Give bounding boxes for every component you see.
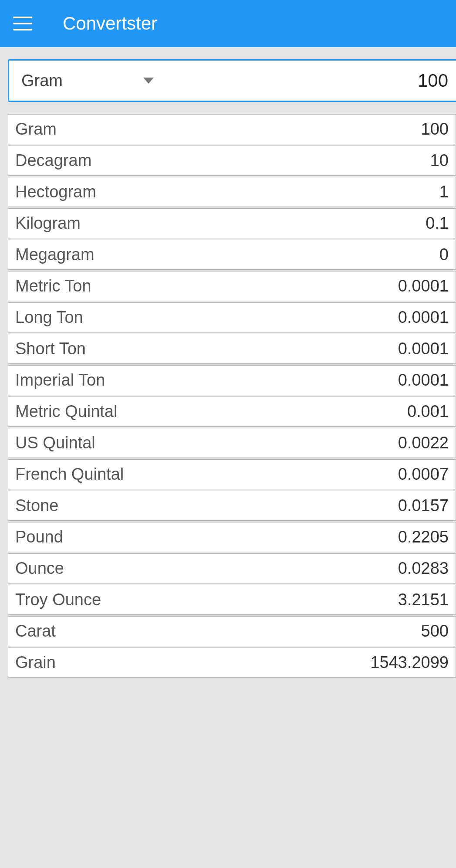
result-row[interactable]: Grain1543.2099	[8, 648, 456, 678]
result-value: 0.001	[407, 402, 449, 421]
result-value: 500	[421, 622, 449, 641]
result-unit-label: Hectogram	[15, 183, 96, 201]
result-value: 0.0007	[398, 465, 449, 484]
result-value: 0.0001	[398, 308, 449, 327]
result-unit-label: Metric Ton	[15, 277, 91, 295]
result-row[interactable]: US Quintal0.0022	[8, 428, 456, 458]
result-row[interactable]: Gram100	[8, 114, 456, 144]
conversion-input-container: Gram 100	[8, 59, 456, 102]
result-value: 0.1	[426, 214, 449, 233]
result-unit-label: Imperial Ton	[15, 371, 105, 390]
result-row[interactable]: Metric Ton0.0001	[8, 271, 456, 301]
result-unit-label: Metric Quintal	[15, 402, 117, 421]
result-unit-label: Grain	[15, 653, 56, 672]
result-unit-label: Gram	[15, 120, 57, 139]
result-row[interactable]: Hectogram1	[8, 177, 456, 207]
result-row[interactable]: Imperial Ton0.0001	[8, 365, 456, 395]
results-list: Gram100Decagram10Hectogram1Kilogram0.1Me…	[8, 114, 456, 678]
result-unit-label: Megagram	[15, 245, 95, 264]
result-value: 10	[430, 151, 449, 170]
result-value: 0	[439, 245, 449, 264]
result-value: 0.2205	[398, 528, 449, 546]
app-title: Convertster	[63, 13, 157, 34]
result-row[interactable]: French Quintal0.0007	[8, 459, 456, 489]
result-unit-label: Carat	[15, 622, 56, 641]
selected-unit-label: Gram	[21, 71, 143, 90]
result-unit-label: Troy Ounce	[15, 590, 101, 609]
result-value: 100	[421, 120, 449, 139]
result-row[interactable]: Metric Quintal0.001	[8, 397, 456, 427]
result-value: 1543.2099	[370, 653, 449, 672]
result-row[interactable]: Stone0.0157	[8, 491, 456, 521]
result-unit-label: Pound	[15, 528, 63, 546]
result-unit-label: US Quintal	[15, 434, 95, 452]
result-value: 0.0283	[398, 559, 449, 578]
result-value: 1	[439, 183, 449, 201]
result-value: 0.0001	[398, 277, 449, 295]
chevron-down-icon	[143, 78, 154, 84]
result-row[interactable]: Decagram10	[8, 146, 456, 176]
result-row[interactable]: Kilogram0.1	[8, 208, 456, 238]
result-unit-label: French Quintal	[15, 465, 124, 484]
result-row[interactable]: Long Ton0.0001	[8, 302, 456, 332]
hamburger-menu-icon[interactable]	[13, 17, 32, 31]
result-row[interactable]: Short Ton0.0001	[8, 334, 456, 364]
result-value: 0.0001	[398, 371, 449, 390]
result-row[interactable]: Megagram0	[8, 240, 456, 270]
result-value: 3.2151	[398, 590, 449, 609]
result-value: 0.0022	[398, 434, 449, 452]
result-row[interactable]: Troy Ounce3.2151	[8, 585, 456, 615]
result-unit-label: Decagram	[15, 151, 91, 170]
result-value: 0.0001	[398, 339, 449, 358]
result-row[interactable]: Pound0.2205	[8, 522, 456, 552]
result-unit-label: Stone	[15, 496, 58, 515]
app-header: Convertster	[0, 0, 456, 47]
result-unit-label: Ounce	[15, 559, 64, 578]
result-unit-label: Kilogram	[15, 214, 81, 233]
result-value: 0.0157	[398, 496, 449, 515]
unit-select-dropdown[interactable]: Gram	[9, 61, 166, 101]
result-unit-label: Long Ton	[15, 308, 83, 327]
result-unit-label: Short Ton	[15, 339, 86, 358]
result-row[interactable]: Ounce0.0283	[8, 553, 456, 583]
result-row[interactable]: Carat500	[8, 616, 456, 646]
value-input[interactable]: 100	[166, 61, 456, 101]
